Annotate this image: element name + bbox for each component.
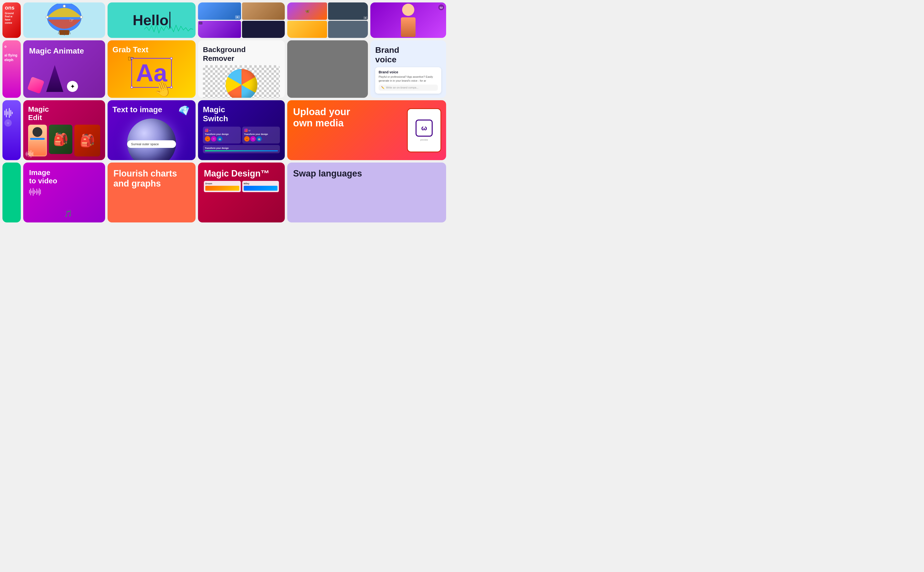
card-magic-animate[interactable]: Magic Animate ✦ <box>23 40 105 98</box>
card-background-remover[interactable]: BackgroundRemover <box>198 40 285 98</box>
card-hello: Hello <box>107 2 196 38</box>
bg-remover-title: BackgroundRemover <box>203 45 280 63</box>
magic-animate-title: Magic Animate <box>29 46 99 56</box>
card-flourish[interactable]: Flourish charts and graphs <box>107 163 196 222</box>
card-photo-grid-2: 🦋 ▶ <box>287 2 368 38</box>
svg-point-8 <box>46 16 48 18</box>
tti-input-text: Surreal outer space <box>131 142 158 146</box>
upload-logo: ω <box>416 120 433 137</box>
tti-title: Text to image <box>112 105 162 114</box>
card-brand-voice[interactable]: Brandvoice Brand voice Playful or profes… <box>370 40 446 98</box>
magic-design-preview-cards: Dream Wiley <box>204 181 279 192</box>
card-text-to-image[interactable]: Text to image Surreal outer space 💎 <box>107 100 196 160</box>
card-magic-switch[interactable]: MagicSwitch ω Transform your design 🎃 👾 … <box>198 100 285 160</box>
checkerboard-bg <box>203 65 280 98</box>
tti-input[interactable]: Surreal outer space <box>127 140 176 148</box>
md-card-dream: Dream <box>205 182 239 185</box>
card-row4-col1 <box>2 163 21 222</box>
beach-ball <box>226 69 258 98</box>
upload-device-mockup: ω preview <box>407 108 441 152</box>
tti-3d-shape: 💎 <box>177 103 192 118</box>
card-row1-col1: ons GroundFeel whaveconne <box>2 2 21 38</box>
green-backpack: 🎒 <box>49 125 72 154</box>
svg-point-7 <box>63 5 65 7</box>
dark-cone-shape <box>46 65 63 92</box>
card-magic-design[interactable]: Magic Design™ Dream Wiley <box>198 163 285 222</box>
red-backpack: 🎒 <box>74 125 100 157</box>
card-upload-media[interactable]: Upload yourown media ω preview <box>287 100 446 160</box>
svg-point-9 <box>80 16 82 18</box>
flourish-title: Flourish charts and graphs <box>113 168 190 189</box>
switch-card-2: ω Transform your design 🎃 👾 🤖 <box>242 127 280 143</box>
brand-voice-card-title: Brand voice <box>379 70 438 74</box>
card-image-to-video[interactable]: Imageto video 🎵 <box>23 163 105 222</box>
card-row2-col5 <box>287 40 368 98</box>
card-partial-left-r3: ○ <box>2 100 21 160</box>
corner-dot-bl <box>130 86 133 89</box>
card-portrait: ω <box>370 2 446 38</box>
card-magic-edit[interactable]: MagicEdit 🎒 🎒 <box>23 100 105 160</box>
itv-title: Imageto video <box>29 168 99 185</box>
card-grab-text[interactable]: Grab Text Aa ☞ 🤚 <box>107 40 196 98</box>
magic-design-title: Magic Design™ <box>204 168 279 179</box>
card-balloon: ☞ <box>23 2 105 38</box>
brand-voice-card: Brand voice Playful or professional? App… <box>375 67 441 93</box>
itv-waveform <box>29 188 99 196</box>
card-swap-languages[interactable]: Swap languages <box>287 163 446 222</box>
brand-voice-card-text: Playful or professional? App assertive? … <box>379 75 438 82</box>
write-icon: ✏️ <box>381 86 385 89</box>
svg-text:☞: ☞ <box>69 17 74 23</box>
waveform-svg <box>144 23 193 36</box>
grab-cursor-icon: ☞ <box>127 54 134 63</box>
corner-dot-tr <box>170 57 172 60</box>
card-photo-grid: ▶ ⋯ <box>198 2 285 38</box>
switch-card-3: Transform your design <box>203 145 280 153</box>
partial-r2-text: oal flying eleph <box>5 44 19 62</box>
edit-waveform <box>26 150 33 158</box>
switch-card-1: ω Transform your design 🎃 👾 🤖 <box>203 127 241 143</box>
brand-voice-input[interactable]: ✏️ Write an on-brand compa... <box>379 85 438 91</box>
card-partial-left-r2: oal flying eleph <box>2 40 21 98</box>
tti-sphere <box>127 118 176 160</box>
itv-deco: 🎵 <box>64 210 72 218</box>
magic-switch-title: MagicSwitch <box>203 105 280 123</box>
balloon-svg: ☞ <box>37 4 91 36</box>
brand-voice-title: Brandvoice <box>375 45 441 64</box>
magic-edit-title: MagicEdit <box>28 105 100 122</box>
pink-cube-shape <box>27 76 44 93</box>
md-card-wiley: Wiley <box>244 182 278 185</box>
r1c1-text: ons <box>5 5 18 11</box>
switch-cards-grid: ω Transform your design 🎃 👾 🤖 ω Transfor… <box>203 127 280 153</box>
sparkle-icon: ✦ <box>67 81 78 92</box>
swap-languages-title: Swap languages <box>293 168 440 179</box>
